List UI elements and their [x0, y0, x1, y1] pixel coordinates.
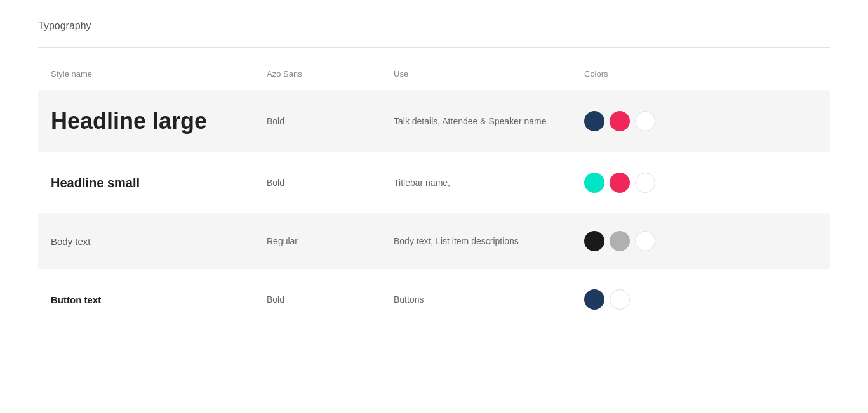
color-cyan	[584, 173, 604, 193]
color-dark-navy	[584, 111, 604, 131]
color-white	[610, 289, 630, 310]
style-name-headline-large: Headline large	[51, 108, 267, 134]
colors-button	[584, 289, 711, 310]
color-white	[635, 231, 655, 251]
colors-body	[584, 231, 711, 251]
table-header: Style name Azo Sans Use Colors	[38, 63, 830, 85]
page-container: Typography Style name Azo Sans Use Color…	[0, 0, 868, 350]
color-light-gray	[610, 231, 630, 251]
color-dark-navy	[584, 289, 604, 310]
table-row: Button text Bold Buttons	[38, 272, 830, 327]
use-body: Body text, List item descriptions	[394, 235, 584, 248]
style-name-body: Body text	[51, 236, 267, 247]
color-hot-pink	[610, 111, 630, 131]
section-divider	[38, 47, 830, 48]
header-style-name: Style name	[51, 69, 267, 79]
font-weight-headline-small: Bold	[267, 178, 394, 188]
header-colors: Colors	[584, 69, 711, 79]
header-use: Use	[394, 69, 584, 79]
table-row: Body text Regular Body text, List item d…	[38, 213, 830, 269]
style-name-button: Button text	[51, 294, 267, 305]
use-headline-small: Titlebar name,	[394, 176, 584, 190]
use-headline-large: Talk details, Attendee & Speaker name	[394, 115, 584, 128]
use-button: Buttons	[394, 293, 584, 306]
style-name-headline-small: Headline small	[51, 176, 267, 190]
font-weight-headline-large: Bold	[267, 116, 394, 126]
color-white	[635, 111, 655, 131]
header-font: Azo Sans	[267, 69, 394, 79]
table-row: Headline small Bold Titlebar name,	[38, 155, 830, 211]
colors-headline-small	[584, 173, 711, 193]
page-title: Typography	[38, 20, 830, 32]
color-hot-pink	[610, 173, 630, 193]
color-white	[635, 173, 655, 193]
colors-headline-large	[584, 111, 711, 131]
table-row: Headline large Bold Talk details, Attend…	[38, 90, 830, 152]
font-weight-body: Regular	[267, 236, 394, 246]
font-weight-button: Bold	[267, 294, 394, 305]
color-black	[584, 231, 604, 251]
